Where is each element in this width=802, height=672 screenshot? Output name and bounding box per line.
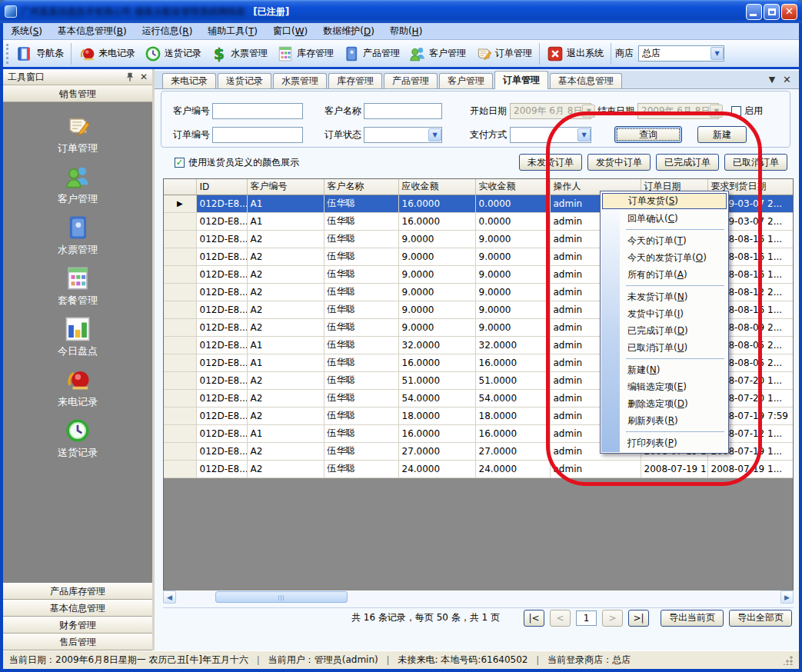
shop-select[interactable]: 总店▼ — [638, 45, 724, 62]
tab-order[interactable]: 订单管理 — [494, 71, 548, 89]
context-menu-item-ship-order[interactable]: 订单发货(S) — [602, 193, 727, 209]
group-product-inventory[interactable]: 产品库存管理 — [3, 583, 152, 600]
tab-inventory[interactable]: 库存管理 — [328, 73, 382, 88]
pin-icon[interactable] — [125, 72, 135, 82]
unshipped-orders-button[interactable]: 未发货订单 — [519, 154, 582, 171]
menu-data-maintain[interactable]: 数据维护(D) — [315, 23, 382, 39]
start-date-picker[interactable]: 2009年 6月 8日 ▼ — [510, 103, 591, 119]
tool-window-close-icon[interactable]: ✕ — [140, 72, 148, 82]
cell-id: 012D-E8... — [196, 212, 247, 230]
toolbar-button-order[interactable]: 订单管理 — [471, 42, 537, 66]
context-menu-item-all-orders[interactable]: 所有的订单(A) — [601, 266, 727, 283]
order-no-input[interactable] — [212, 127, 303, 143]
context-menu-item-print-list[interactable]: 打印列表(P) — [601, 434, 727, 451]
customer-icon — [409, 45, 426, 62]
cancelled-orders-button[interactable]: 已取消订单 — [724, 154, 787, 171]
enable-date-checkbox[interactable] — [731, 106, 741, 116]
tab-product[interactable]: 产品管理 — [384, 73, 438, 88]
customer-no-input[interactable] — [212, 103, 303, 119]
customer-name-input[interactable] — [364, 103, 442, 119]
context-menu-item-edit-selected[interactable]: 编辑选定项(E) — [601, 378, 727, 395]
shipping-orders-button[interactable]: 发货中订单 — [587, 154, 651, 171]
sidebar-item-delivery-records[interactable]: 送货记录 — [3, 413, 152, 464]
scroll-right-icon[interactable]: ▶ — [780, 590, 794, 604]
page-number-input[interactable] — [576, 610, 597, 626]
sidebar-item-customer[interactable]: 客户管理 — [3, 159, 152, 210]
menu-system[interactable]: 系统(S) — [3, 23, 50, 39]
scrollbar-track[interactable] — [176, 590, 780, 604]
context-menu-item-unshipped-orders[interactable]: 未发货订单(N) — [601, 288, 727, 305]
window-title-obscured: 广州某某信息技术有限公司 桶装水配送管理系统网络版 — [21, 5, 245, 18]
context-menu-item-cancelled-orders[interactable]: 已取消订单(U) — [601, 339, 727, 356]
scrollbar-thumb[interactable] — [215, 591, 348, 603]
scroll-left-icon[interactable]: ◀ — [163, 590, 176, 604]
next-page-button[interactable]: > — [602, 610, 623, 627]
sidebar-item-today-check[interactable]: 今日盘点 — [3, 311, 152, 362]
cell-received: 16.0000 — [475, 354, 550, 371]
pay-method-select[interactable]: ▼ — [510, 127, 591, 143]
table-row[interactable]: 012D-E8...A2伍华聪24.000024.0000admin2008-0… — [164, 460, 794, 477]
query-button[interactable]: 查询 — [614, 126, 682, 143]
column-header-0[interactable]: ID — [196, 179, 247, 195]
minimize-button[interactable] — [746, 4, 762, 20]
column-header-4[interactable]: 实收金额 — [475, 179, 550, 195]
tab-list-dropdown-icon[interactable]: ▼ — [769, 75, 775, 85]
toolbar-button-exit[interactable]: 退出系统 — [542, 42, 608, 66]
menu-help[interactable]: 帮助(H) — [382, 23, 430, 39]
menu-window[interactable]: 窗口(W) — [265, 23, 315, 39]
column-header-2[interactable]: 客户名称 — [324, 179, 398, 195]
toolbar-button-nav-bar[interactable]: 导航条 — [12, 42, 68, 66]
context-menu-item-shipping-orders[interactable]: 发货中订单(I) — [601, 305, 727, 322]
group-basic-info[interactable]: 基本信息管理 — [3, 600, 152, 617]
color-display-checkbox[interactable] — [175, 158, 185, 168]
tab-call-records[interactable]: 来电记录 — [162, 73, 216, 88]
cell-receivable: 9.0000 — [398, 283, 475, 301]
sidebar-item-package[interactable]: 套餐管理 — [3, 261, 152, 311]
context-menu-item-refresh-list[interactable]: 刷新列表(R) — [601, 412, 727, 429]
tab-delivery-records[interactable]: 送货记录 — [218, 73, 271, 88]
close-button[interactable]: ✕ — [781, 4, 797, 20]
maximize-button[interactable] — [764, 4, 780, 20]
group-finance[interactable]: 财务管理 — [3, 617, 152, 634]
toolbar-button-delivery-records[interactable]: 送货记录 — [140, 42, 206, 66]
context-menu-item-today-orders[interactable]: 今天的订单(T) — [601, 232, 727, 249]
context-menu-item-new[interactable]: 新建(N) — [601, 361, 727, 378]
call-records-icon — [78, 45, 95, 62]
toolbar-button-call-records[interactable]: 来电记录 — [74, 42, 140, 66]
group-after-sales[interactable]: 售后管理 — [3, 634, 152, 650]
tab-basic-info[interactable]: 基本信息管理 — [550, 73, 622, 88]
prev-page-button[interactable]: < — [550, 610, 571, 627]
export-all-pages-button[interactable]: 导出全部页 — [729, 610, 792, 627]
sidebar-item-order[interactable]: 订单管理 — [3, 108, 152, 159]
column-header-3[interactable]: 应收金额 — [398, 179, 475, 195]
sidebar-section-sales[interactable]: 销售管理 — [3, 85, 152, 102]
completed-orders-button[interactable]: 已完成订单 — [656, 154, 719, 171]
export-current-page-button[interactable]: 导出当前页 — [661, 610, 724, 627]
toolbar-grip[interactable] — [6, 44, 8, 64]
resize-grip-icon[interactable] — [784, 656, 793, 665]
row-selector — [164, 248, 196, 265]
menu-basic-info[interactable]: 基本信息管理(B) — [50, 23, 135, 39]
toolbar-button-customer[interactable]: 客户管理 — [404, 42, 471, 66]
menu-run-info[interactable]: 运行信息(R) — [135, 23, 201, 39]
tab-customer[interactable]: 客户管理 — [439, 73, 493, 88]
tab-water-ticket[interactable]: 水票管理 — [273, 73, 327, 88]
toolbar-button-water-ticket[interactable]: $水票管理 — [206, 42, 272, 66]
context-menu-item-today-ship-orders[interactable]: 今天的发货订单(O) — [601, 249, 727, 266]
context-menu-item-receipt-confirm[interactable]: 回单确认(C) — [601, 210, 727, 227]
menu-aux-tools[interactable]: 辅助工具(T) — [200, 23, 265, 39]
last-page-button[interactable]: >| — [628, 610, 649, 627]
toolbar-button-inventory[interactable]: 库存管理 — [272, 42, 338, 66]
toolbar-button-product[interactable]: 产品管理 — [338, 42, 404, 66]
sidebar-item-water-ticket[interactable]: 水票管理 — [3, 210, 152, 261]
end-date-picker[interactable]: 2009年 6月 8日 ▼ — [637, 103, 719, 119]
first-page-button[interactable]: |< — [524, 610, 544, 627]
context-menu-item-completed-orders[interactable]: 已完成订单(D) — [601, 322, 727, 339]
sidebar-item-call-records[interactable]: 来电记录 — [3, 362, 152, 413]
horizontal-scrollbar[interactable]: ◀ ▶ — [163, 590, 794, 604]
context-menu-item-delete-selected[interactable]: 删除选定项(D) — [601, 395, 727, 412]
new-button[interactable]: 新建 — [697, 126, 747, 143]
tab-close-icon[interactable]: ✕ — [783, 74, 791, 85]
order-status-select[interactable]: ▼ — [364, 127, 442, 143]
column-header-1[interactable]: 客户编号 — [247, 179, 324, 195]
